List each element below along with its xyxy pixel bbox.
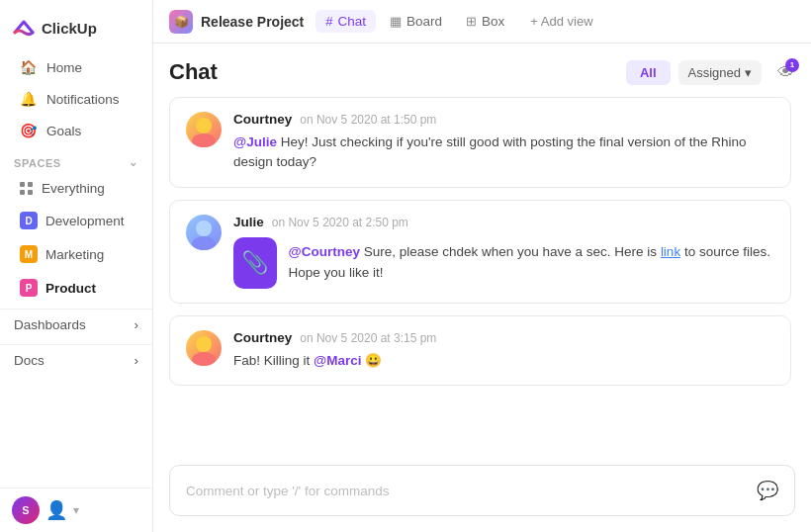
sidebar-goals-label: Goals bbox=[46, 124, 81, 138]
message-3-time: on Nov 5 2020 at 3:15 pm bbox=[300, 331, 436, 345]
courtney-avatar-img-2 bbox=[186, 330, 222, 366]
sidebar-section-dashboards[interactable]: Dashboards › bbox=[0, 309, 152, 340]
tab-box-label: Box bbox=[482, 14, 504, 29]
tab-board-label: Board bbox=[406, 14, 442, 29]
logo: ClickUp bbox=[0, 8, 152, 51]
julie-avatar-img bbox=[186, 215, 222, 250]
message-2-time: on Nov 5 2020 at 2:50 pm bbox=[272, 216, 408, 229]
chat-title: Chat bbox=[169, 59, 218, 85]
tab-chat-label: Chat bbox=[338, 14, 367, 29]
docs-chevron-icon: › bbox=[135, 353, 139, 368]
message-1-time: on Nov 5 2020 at 1:50 pm bbox=[300, 113, 436, 127]
sidebar-item-home[interactable]: 🏠 Home bbox=[6, 52, 146, 82]
chat-hash-icon: # bbox=[325, 14, 332, 29]
avatar-courtney-2 bbox=[186, 330, 222, 366]
message-1-meta: Courtney on Nov 5 2020 at 1:50 pm bbox=[233, 112, 774, 127]
message-2-link[interactable]: link bbox=[661, 244, 680, 259]
sidebar-item-development[interactable]: D Development bbox=[6, 205, 146, 236]
avatar-julie bbox=[186, 215, 222, 250]
message-2-attachment: 📎 @Courtney Sure, please chdek when you … bbox=[233, 237, 774, 289]
message-3-author: Courtney bbox=[233, 330, 292, 345]
assigned-label: Assigned bbox=[688, 65, 741, 80]
message-2-body: Julie on Nov 5 2020 at 2:50 pm 📎 @Courtn… bbox=[233, 215, 774, 289]
everything-grid-icon bbox=[20, 182, 34, 196]
message-2-meta: Julie on Nov 5 2020 at 2:50 pm bbox=[233, 215, 774, 229]
project-title: 📦 Release Project bbox=[169, 10, 304, 34]
marketing-badge: M bbox=[20, 245, 38, 263]
sidebar-item-marketing[interactable]: M Marketing bbox=[6, 238, 146, 270]
message-3-text: Fab! Killing it @Marci 😀 bbox=[233, 351, 774, 371]
spaces-header: Spaces ⌄ bbox=[0, 146, 152, 173]
avatar-courtney-1 bbox=[186, 112, 222, 147]
docs-label: Docs bbox=[14, 353, 45, 368]
chat-filters: All Assigned ▾ 👁 1 bbox=[626, 60, 795, 85]
development-label: Development bbox=[45, 214, 125, 228]
bell-icon: 🔔 bbox=[20, 91, 37, 107]
comment-input[interactable]: Comment or type '/' for commands 💬 bbox=[169, 465, 795, 516]
sidebar-item-everything[interactable]: Everything bbox=[6, 174, 146, 203]
message-1-content: Hey! Just checking if you're still good … bbox=[233, 134, 747, 169]
message-1: Courtney on Nov 5 2020 at 1:50 pm @Julie… bbox=[169, 97, 791, 188]
message-1-body: Courtney on Nov 5 2020 at 1:50 pm @Julie… bbox=[233, 112, 774, 173]
tab-box[interactable]: ⊞ Box bbox=[456, 10, 514, 33]
filter-assigned-dropdown[interactable]: Assigned ▾ bbox=[678, 60, 762, 85]
notification-badge: 1 bbox=[785, 58, 799, 72]
chat-header: Chat All Assigned ▾ 👁 1 bbox=[169, 44, 795, 97]
marketing-label: Marketing bbox=[45, 247, 104, 262]
message-2-content: Sure, please chdek when you have a sec. … bbox=[364, 244, 661, 259]
everything-label: Everything bbox=[42, 181, 105, 196]
board-icon: ▦ bbox=[390, 14, 402, 29]
tab-chat[interactable]: # Chat bbox=[315, 10, 376, 33]
message-3-prefix: Fab! Killing it bbox=[233, 353, 314, 368]
message-3-body: Courtney on Nov 5 2020 at 3:15 pm Fab! K… bbox=[233, 330, 774, 371]
box-icon: ⊞ bbox=[466, 14, 477, 29]
message-3-emoji: 😀 bbox=[365, 353, 382, 368]
user-settings-icon: ▾ bbox=[73, 503, 79, 517]
sidebar-item-notifications[interactable]: 🔔 Notifications bbox=[6, 84, 146, 114]
development-badge: D bbox=[20, 212, 38, 229]
filter-all-button[interactable]: All bbox=[626, 60, 671, 85]
message-1-text: @Julie Hey! Just checking if you're stil… bbox=[233, 133, 774, 173]
notification-bell-button[interactable]: 👁 1 bbox=[777, 62, 795, 83]
message-2-text: @Courtney Sure, please chdek when you ha… bbox=[289, 242, 774, 283]
sidebar: ClickUp 🏠 Home 🔔 Notifications 🎯 Goals S… bbox=[0, 0, 153, 532]
main-content: 📦 Release Project # Chat ▦ Board ⊞ Box +… bbox=[153, 0, 811, 532]
chat-area: Chat All Assigned ▾ 👁 1 bbox=[153, 44, 811, 532]
svg-point-8 bbox=[196, 336, 212, 352]
tab-board[interactable]: ▦ Board bbox=[380, 10, 452, 33]
messages-list: Courtney on Nov 5 2020 at 1:50 pm @Julie… bbox=[169, 97, 795, 453]
courtney-avatar-img bbox=[186, 112, 222, 147]
spaces-label: Spaces bbox=[14, 157, 61, 169]
add-view-button[interactable]: + Add view bbox=[522, 10, 600, 33]
svg-point-7 bbox=[192, 352, 216, 366]
sidebar-notifications-label: Notifications bbox=[46, 92, 120, 107]
message-2-mention: @Courtney bbox=[289, 244, 360, 259]
logo-text: ClickUp bbox=[42, 20, 97, 37]
sidebar-bottom: S 👤 ▾ bbox=[0, 488, 152, 532]
clickup-logo-icon bbox=[12, 16, 36, 40]
user-avatar[interactable]: S bbox=[12, 496, 40, 524]
comment-placeholder: Comment or type '/' for commands bbox=[186, 484, 389, 498]
product-label: Product bbox=[45, 281, 96, 296]
svg-point-1 bbox=[192, 133, 216, 147]
spaces-chevron-icon: ⌄ bbox=[129, 156, 138, 169]
project-icon: 📦 bbox=[169, 10, 193, 34]
dropdown-chevron-icon: ▾ bbox=[745, 65, 752, 80]
message-3: Courtney on Nov 5 2020 at 3:15 pm Fab! K… bbox=[169, 315, 791, 386]
sidebar-item-goals[interactable]: 🎯 Goals bbox=[6, 116, 146, 145]
chat-bubble-icon: 💬 bbox=[757, 480, 778, 501]
goals-icon: 🎯 bbox=[20, 123, 37, 138]
topbar: 📦 Release Project # Chat ▦ Board ⊞ Box +… bbox=[153, 0, 811, 44]
message-3-meta: Courtney on Nov 5 2020 at 3:15 pm bbox=[233, 330, 774, 345]
svg-point-4 bbox=[192, 236, 216, 250]
attachment-icon-box: 📎 bbox=[233, 237, 277, 289]
sidebar-item-product[interactable]: P Product bbox=[6, 272, 146, 304]
add-view-label: + Add view bbox=[530, 14, 592, 29]
message-1-author: Courtney bbox=[233, 112, 292, 127]
svg-point-2 bbox=[196, 118, 212, 133]
dashboards-label: Dashboards bbox=[14, 317, 86, 332]
dashboards-chevron-icon: › bbox=[135, 317, 139, 332]
user-initial: S bbox=[22, 504, 29, 516]
sidebar-section-docs[interactable]: Docs › bbox=[0, 344, 152, 376]
sidebar-home-label: Home bbox=[46, 60, 82, 75]
